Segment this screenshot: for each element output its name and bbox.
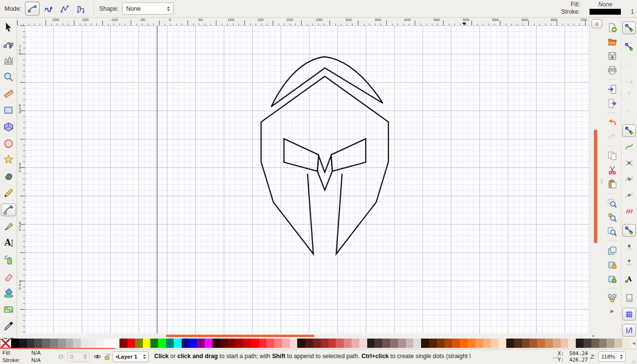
color-swatch[interactable] bbox=[297, 339, 305, 348]
color-swatch[interactable] bbox=[591, 339, 599, 348]
color-swatch[interactable] bbox=[11, 339, 19, 348]
color-swatch[interactable] bbox=[475, 339, 483, 348]
tool-gradient[interactable] bbox=[1, 303, 16, 316]
swatch-none[interactable] bbox=[0, 339, 11, 348]
color-swatch[interactable] bbox=[19, 339, 27, 348]
horizontal-scrollbar-thumb[interactable] bbox=[166, 335, 314, 337]
zoom-selection[interactable] bbox=[606, 197, 619, 209]
color-swatch[interactable] bbox=[607, 339, 614, 348]
vertical-scrollbar-thumb[interactable] bbox=[594, 130, 597, 243]
tool-measure[interactable] bbox=[1, 87, 16, 100]
helmet-path[interactable] bbox=[317, 156, 332, 190]
unlink-clone[interactable] bbox=[606, 273, 619, 285]
tool-text[interactable] bbox=[1, 237, 16, 250]
color-swatch[interactable] bbox=[212, 339, 220, 348]
status-stroke-value[interactable]: N/A bbox=[31, 357, 41, 363]
color-swatch[interactable] bbox=[545, 339, 553, 348]
color-swatch[interactable] bbox=[506, 339, 514, 348]
tool-rectangle[interactable] bbox=[1, 104, 16, 116]
snap-nodes-category[interactable] bbox=[622, 124, 636, 137]
import[interactable] bbox=[606, 83, 619, 95]
color-swatch[interactable] bbox=[344, 339, 352, 348]
fill-value[interactable]: None bbox=[583, 1, 628, 8]
zoom-spinbox[interactable]: 118% bbox=[598, 351, 626, 362]
tool-dropper[interactable] bbox=[1, 319, 16, 332]
panel-grip[interactable] bbox=[601, 179, 603, 184]
save-document[interactable] bbox=[606, 50, 619, 62]
snap-path[interactable] bbox=[622, 140, 636, 153]
color-swatch[interactable] bbox=[143, 339, 151, 348]
tool-eraser[interactable] bbox=[1, 270, 16, 283]
color-swatch[interactable] bbox=[413, 339, 421, 348]
spinner-up-icon[interactable] bbox=[620, 354, 623, 356]
layer-visibility-icon[interactable] bbox=[94, 353, 101, 361]
color-swatch[interactable] bbox=[576, 339, 584, 348]
cut[interactable] bbox=[606, 164, 619, 176]
color-swatch[interactable] bbox=[390, 339, 398, 348]
duplicate[interactable] bbox=[606, 245, 619, 256]
resize-grip[interactable] bbox=[632, 359, 636, 363]
color-swatch[interactable] bbox=[251, 339, 259, 348]
paste[interactable] bbox=[606, 178, 619, 190]
print[interactable] bbox=[606, 64, 619, 76]
color-swatch[interactable] bbox=[197, 339, 205, 348]
snap-bbox-corner[interactable] bbox=[622, 73, 636, 86]
helmet-path[interactable] bbox=[271, 57, 383, 107]
layer-spinner[interactable] bbox=[143, 354, 146, 359]
color-swatch[interactable] bbox=[421, 339, 429, 348]
color-swatch[interactable] bbox=[50, 339, 58, 348]
color-swatch[interactable] bbox=[468, 339, 475, 348]
color-swatch[interactable] bbox=[182, 339, 189, 348]
color-swatch[interactable] bbox=[104, 339, 112, 348]
color-swatch[interactable] bbox=[42, 339, 50, 348]
color-swatch[interactable] bbox=[522, 339, 530, 348]
snap-grid[interactable] bbox=[622, 308, 636, 320]
color-swatch[interactable] bbox=[243, 339, 251, 348]
color-swatch[interactable] bbox=[622, 339, 630, 348]
layer-lock-icon[interactable] bbox=[103, 353, 111, 361]
palette-scroll-icon[interactable]: ◀ bbox=[630, 339, 637, 348]
xml-editor[interactable] bbox=[606, 292, 619, 304]
tool-node-editor[interactable] bbox=[1, 37, 16, 50]
color-swatch[interactable] bbox=[205, 339, 212, 348]
status-fill-value[interactable]: N/A bbox=[31, 350, 41, 356]
new-document[interactable] bbox=[606, 22, 619, 33]
vertical-scrollbar[interactable] bbox=[589, 18, 604, 334]
color-swatch[interactable] bbox=[614, 339, 622, 348]
snap-enable[interactable] bbox=[622, 22, 636, 34]
color-swatch[interactable] bbox=[34, 339, 42, 348]
color-swatch[interactable] bbox=[259, 339, 267, 348]
bezier-mode[interactable] bbox=[25, 1, 40, 16]
color-swatch[interactable] bbox=[89, 339, 96, 348]
color-swatch[interactable] bbox=[398, 339, 406, 348]
snap-bbox-category[interactable] bbox=[622, 41, 636, 53]
snap-bbox-edge[interactable] bbox=[622, 57, 636, 69]
straight-lines-mode[interactable] bbox=[57, 1, 72, 16]
snap-text-baseline[interactable] bbox=[622, 273, 636, 285]
color-swatch[interactable] bbox=[282, 339, 290, 348]
zoom-spinner[interactable] bbox=[620, 354, 623, 359]
color-swatch[interactable] bbox=[313, 339, 321, 348]
snap-cusp-node[interactable] bbox=[622, 173, 636, 185]
tool-spray[interactable] bbox=[1, 253, 16, 266]
tool-calligraphy[interactable] bbox=[1, 220, 16, 233]
spinner-down-icon[interactable] bbox=[84, 357, 87, 359]
zoom-page[interactable] bbox=[606, 226, 619, 237]
color-swatch[interactable] bbox=[553, 339, 561, 348]
helmet-drawing[interactable] bbox=[25, 25, 589, 334]
color-swatch[interactable] bbox=[66, 339, 73, 348]
tool-star[interactable] bbox=[1, 154, 16, 166]
snap-object-center[interactable] bbox=[622, 240, 636, 253]
helmet-path[interactable] bbox=[261, 76, 388, 254]
snap-bbox-center[interactable] bbox=[622, 105, 636, 118]
export[interactable] bbox=[606, 97, 619, 109]
horizontal-ruler[interactable]: -200-150-100-500501001502002503003504004… bbox=[17, 18, 589, 26]
spinner-down-icon[interactable] bbox=[620, 357, 623, 359]
color-swatch[interactable] bbox=[352, 339, 359, 348]
spinner-up-icon[interactable] bbox=[167, 6, 170, 8]
helmet-path[interactable] bbox=[284, 139, 319, 171]
opacity-spinbox[interactable]: 0 bbox=[67, 352, 90, 362]
color-swatch[interactable] bbox=[336, 339, 344, 348]
color-swatch[interactable] bbox=[228, 339, 236, 348]
tool-pencil[interactable] bbox=[1, 187, 16, 200]
